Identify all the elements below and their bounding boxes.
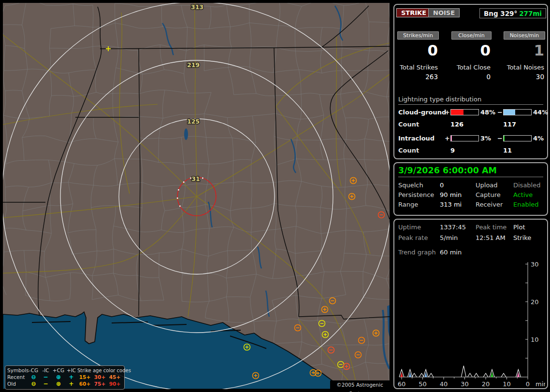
map-symbol-legend: Symbols -CG -IC +CG +IC Strike age color… bbox=[5, 365, 125, 390]
cg-positive-pct: 48% bbox=[480, 109, 495, 116]
strike-toggle-button[interactable]: STRIKE bbox=[396, 8, 431, 17]
bearing-readout: Bng 329° 277mi bbox=[479, 8, 546, 18]
uptime-label: Uptime bbox=[398, 224, 421, 231]
age-code: 90+ bbox=[107, 380, 122, 387]
ic-positive-pct: 3% bbox=[480, 135, 491, 142]
capture-label: Capture bbox=[476, 191, 501, 198]
receiver-status: Enabled bbox=[513, 201, 539, 208]
range-ring-label: 313 bbox=[191, 3, 203, 11]
age-code: 60+ bbox=[77, 380, 92, 387]
svg-text:30: 30 bbox=[461, 380, 469, 388]
legend-header-ncg: -CG bbox=[28, 367, 40, 374]
legend-row-recent: Recent⊖−⊕+15+30+45+ bbox=[7, 374, 122, 380]
ic-count-label: Count bbox=[398, 147, 419, 154]
ic-minus-sign: − bbox=[497, 135, 503, 142]
cg-plus-sign: + bbox=[445, 109, 450, 116]
cloud-ground-label: Cloud-ground bbox=[398, 109, 446, 116]
svg-text:10: 10 bbox=[503, 380, 511, 388]
ic-negative-count: 11 bbox=[503, 147, 512, 154]
strikes-per-min-value: 0 bbox=[391, 42, 438, 59]
ic-positive-count: 9 bbox=[450, 147, 455, 154]
legend-header-age: Strike age color codes bbox=[77, 367, 122, 374]
lightning-map[interactable]: 31321912531 Symbols -CG -IC +CG +IC Stri… bbox=[3, 3, 390, 389]
circle-minus-icon: ⊖ bbox=[28, 374, 40, 380]
cg-negative-pct: 44% bbox=[533, 109, 548, 116]
range-value: 313 mi bbox=[440, 201, 462, 208]
bearing-value: Bng 329° bbox=[484, 10, 517, 17]
cg-positive-bar bbox=[450, 109, 479, 115]
close-per-min-chip: Close/min bbox=[451, 31, 492, 40]
plus-icon: + bbox=[65, 374, 77, 380]
plus-icon: + bbox=[65, 380, 77, 387]
plot-label: Plot bbox=[513, 224, 525, 231]
strikes-per-min-chip: Strikes/min bbox=[397, 31, 439, 40]
datetime-display: 3/9/2026 6:00:00 AM bbox=[398, 166, 543, 177]
age-code: 30+ bbox=[92, 374, 107, 380]
ic-positive-bar bbox=[450, 135, 479, 141]
cg-count-label: Count bbox=[398, 121, 419, 128]
ic-negative-pct: 4% bbox=[533, 135, 544, 142]
cg-negative-count: 117 bbox=[503, 121, 516, 128]
distribution-heading: Lightning type distribution bbox=[398, 96, 543, 105]
legend-header-pic: +IC bbox=[65, 367, 77, 374]
trend-graph-label: Trend graph bbox=[398, 249, 436, 256]
receiver-label: Receiver bbox=[476, 201, 503, 208]
total-noises-value: 30 bbox=[481, 73, 544, 81]
trend-graph-value: 60 min bbox=[440, 249, 462, 256]
noises-per-min-chip: Noises/min bbox=[504, 31, 545, 40]
squelch-label: Squelch bbox=[398, 182, 423, 189]
circle-plus-icon: ⊕ bbox=[52, 380, 65, 387]
age-code: 45+ bbox=[107, 374, 122, 380]
cg-negative-bar bbox=[503, 109, 532, 115]
svg-text:40: 40 bbox=[440, 380, 448, 388]
range-ring-label: 219 bbox=[187, 61, 200, 69]
svg-text:20: 20 bbox=[482, 380, 490, 388]
squelch-value: 0 bbox=[440, 182, 444, 189]
svg-text:10: 10 bbox=[531, 336, 539, 343]
copyright-label: ©2005 Astrogenic Systems bbox=[330, 380, 390, 389]
range-ring-label: 31 bbox=[191, 175, 200, 182]
upload-status: Disabled bbox=[513, 182, 540, 189]
trend-graph: 1020306050403020100min bbox=[394, 257, 545, 388]
range-label: Range bbox=[398, 201, 418, 208]
svg-text:50: 50 bbox=[419, 380, 427, 388]
total-noises-label: Total Noises bbox=[481, 64, 544, 71]
persistence-value: 90 min bbox=[440, 191, 462, 198]
minus-icon: − bbox=[40, 374, 52, 380]
svg-text:60: 60 bbox=[398, 380, 406, 388]
circle-minus-icon: ⊖ bbox=[28, 380, 40, 387]
legend-header-symbols: Symbols bbox=[7, 367, 28, 374]
upload-label: Upload bbox=[476, 182, 498, 189]
counters-panel: STRIKE NOISE Bng 329° 277mi Strikes/min … bbox=[393, 4, 548, 159]
circle-plus-icon: ⊕ bbox=[52, 374, 65, 380]
peak-rate-value: 5/min bbox=[440, 234, 458, 241]
peak-time-value: 12:51 AM bbox=[476, 234, 506, 241]
peak-rate-label: Peak rate bbox=[398, 234, 428, 241]
legend-header-nic: -IC bbox=[40, 367, 52, 374]
ic-negative-bar bbox=[503, 135, 532, 141]
legend-age-label: Recent bbox=[7, 374, 28, 380]
cg-minus-sign: − bbox=[497, 109, 503, 116]
noises-per-min-value: 1 bbox=[498, 42, 544, 59]
legend-age-label: Old bbox=[7, 380, 28, 387]
range-ring-label: 125 bbox=[187, 118, 200, 125]
persistence-label: Persistence bbox=[398, 191, 434, 198]
ic-plus-sign: + bbox=[445, 135, 450, 142]
status-panel: 3/9/2026 6:00:00 AM Squelch 0 Persistenc… bbox=[393, 162, 548, 216]
capture-status: Active bbox=[513, 191, 533, 198]
legend-row-old: Old⊖−⊕+60+75+90+ bbox=[7, 380, 122, 387]
noise-toggle-button[interactable]: NOISE bbox=[428, 8, 460, 17]
distance-value: 277mi bbox=[519, 10, 542, 17]
app-window: 31321912531 Symbols -CG -IC +CG +IC Stri… bbox=[0, 0, 550, 392]
session-panel: Uptime 1337:45 Peak time Plot Peak rate … bbox=[393, 219, 548, 389]
cg-positive-count: 126 bbox=[450, 121, 463, 128]
legend-header-pcg: +CG bbox=[52, 367, 65, 374]
age-code: 15+ bbox=[77, 374, 92, 380]
close-per-min-value: 0 bbox=[444, 42, 491, 59]
age-code: 75+ bbox=[92, 380, 107, 387]
intracloud-label: Intracloud bbox=[398, 135, 434, 142]
map-canvas: 31321912531 bbox=[3, 3, 390, 389]
peak-time-label: Peak time bbox=[476, 224, 507, 231]
uptime-value: 1337:45 bbox=[440, 224, 466, 231]
svg-text:20: 20 bbox=[531, 298, 539, 306]
